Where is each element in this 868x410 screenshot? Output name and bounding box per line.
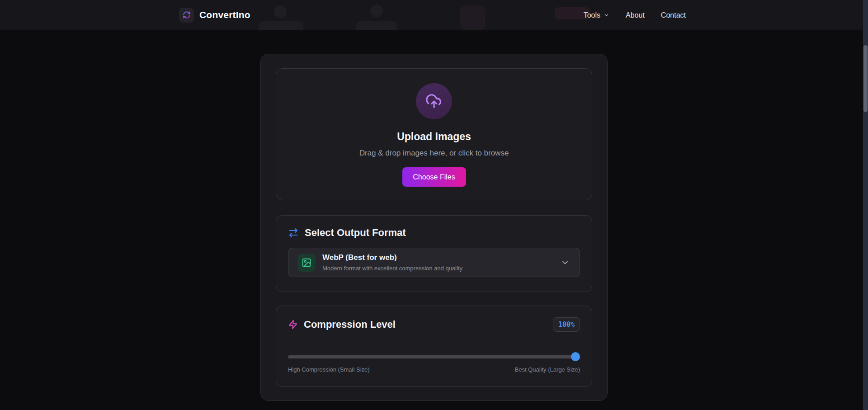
format-section-header: Select Output Format xyxy=(288,227,580,239)
ghost-feature-circle-1 xyxy=(274,5,287,18)
compression-slider[interactable] xyxy=(288,352,580,361)
format-section-title: Select Output Format xyxy=(305,227,406,239)
converter-panel: Upload Images Drag & drop images here, o… xyxy=(260,54,608,401)
ghost-feature-bar-2 xyxy=(356,21,397,30)
format-selected-description: Modern format with excellent compression… xyxy=(322,265,561,272)
compression-section: Compression Level 100% High Compression … xyxy=(276,306,592,387)
format-option-icon-box xyxy=(297,254,316,272)
scrollbar-track[interactable] xyxy=(863,0,868,410)
zap-icon xyxy=(288,320,298,330)
chevron-down-icon xyxy=(604,12,609,18)
upload-subtitle: Drag & drop images here, or click to bro… xyxy=(276,149,592,158)
convert-refresh-icon xyxy=(183,11,191,19)
upload-icon-circle xyxy=(416,83,452,119)
swap-arrows-icon xyxy=(288,227,299,238)
brand-name: ConvertIno xyxy=(199,9,250,20)
format-section: Select Output Format WebP (Best for web)… xyxy=(276,215,592,292)
nav-item-contact-label: Contact xyxy=(661,11,686,19)
slider-track[interactable] xyxy=(288,355,580,358)
nav-item-about-label: About xyxy=(626,11,645,19)
format-select[interactable]: WebP (Best for web) Modern format with e… xyxy=(288,248,580,277)
upload-title: Upload Images xyxy=(276,131,592,143)
ghost-feature-blob xyxy=(460,5,485,30)
brand-logo[interactable]: ConvertIno xyxy=(179,7,250,23)
nav-item-about[interactable]: About xyxy=(626,11,645,19)
choose-files-button[interactable]: Choose Files xyxy=(402,167,466,187)
ghost-feature-bar-1 xyxy=(259,21,303,30)
upload-dropzone[interactable]: Upload Images Drag & drop images here, o… xyxy=(276,68,592,200)
slider-labels: High Compression (Small Size) Best Quali… xyxy=(288,366,580,373)
nav-links: Tools About Contact xyxy=(584,0,686,30)
navbar: ConvertIno Tools About Contact xyxy=(0,0,868,30)
compression-section-header: Compression Level 100% xyxy=(288,317,580,332)
nav-item-tools[interactable]: Tools xyxy=(584,11,609,19)
slider-max-label: Best Quality (Large Size) xyxy=(514,366,580,373)
nav-item-tools-label: Tools xyxy=(584,11,600,19)
format-selected-name: WebP (Best for web) xyxy=(322,253,561,262)
ghost-feature-circle-2 xyxy=(370,5,383,17)
cloud-upload-icon xyxy=(425,92,443,110)
scrollbar-thumb[interactable] xyxy=(863,45,868,112)
slider-min-label: High Compression (Small Size) xyxy=(288,366,370,373)
nav-item-contact[interactable]: Contact xyxy=(661,11,686,19)
chevron-down-icon xyxy=(561,258,570,267)
format-option-texts: WebP (Best for web) Modern format with e… xyxy=(322,253,561,272)
compression-section-title: Compression Level xyxy=(304,319,396,330)
slider-thumb[interactable] xyxy=(571,352,580,361)
compression-value-badge: 100% xyxy=(553,317,580,332)
image-icon xyxy=(302,258,311,268)
brand-icon-box xyxy=(179,8,194,23)
